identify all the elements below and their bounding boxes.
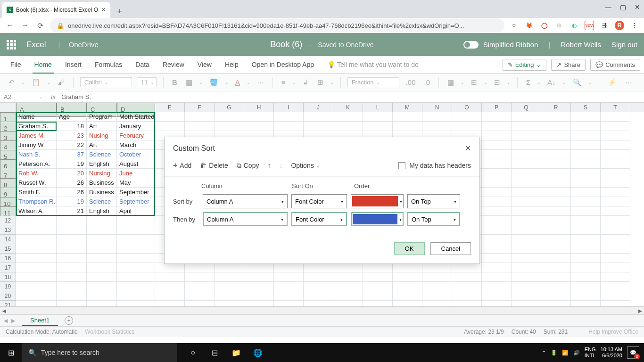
signout-link[interactable]: Sign out (611, 41, 637, 49)
reading-list-icon[interactable]: ⇶ (600, 21, 609, 30)
col-header[interactable]: F (185, 103, 215, 112)
delete-cells-icon[interactable]: ⊟ (492, 78, 502, 87)
color-select-1[interactable]: ▾ (351, 194, 404, 208)
doc-title[interactable]: Book (6) (270, 40, 302, 49)
more-icon[interactable]: ⋯ (255, 78, 266, 87)
cortana-icon[interactable]: ○ (182, 343, 204, 362)
simplified-ribbon-toggle[interactable] (463, 41, 479, 49)
tab-view[interactable]: View (191, 56, 218, 73)
move-up-button[interactable]: ↑ (267, 162, 271, 169)
open-desktop-button[interactable]: Open in Desktop App (245, 56, 321, 73)
sorton-select-1[interactable]: Font Color▾ (291, 194, 347, 208)
window-maximize-icon[interactable]: ▢ (620, 3, 626, 11)
column-select-1[interactable]: Column A▾ (203, 194, 288, 208)
start-button[interactable]: ⊞ (0, 343, 22, 362)
inc-decimal-icon[interactable]: .00 (404, 78, 418, 86)
ok-button[interactable]: OK (394, 242, 425, 255)
chrome-icon[interactable]: 🌐 (247, 343, 269, 362)
more-commands-icon[interactable]: ⋯ (623, 78, 634, 87)
sorton-select-2[interactable]: Font Color▾ (291, 212, 347, 226)
font-size-select[interactable]: 11⌄ (137, 77, 157, 87)
back-button[interactable]: ← (5, 20, 15, 31)
col-header[interactable]: S (571, 103, 601, 112)
help-improve[interactable]: Help Improve Office (588, 329, 638, 335)
col-header[interactable]: L (363, 103, 393, 112)
cancel-button[interactable]: Cancel (430, 242, 471, 255)
fill-color-icon[interactable]: 🪣 (207, 78, 220, 87)
sort-filter-icon[interactable]: A↓ (545, 78, 558, 86)
tab-file[interactable]: File (4, 56, 28, 73)
col-header[interactable]: J (304, 103, 333, 112)
color-select-2[interactable]: ▾ (351, 212, 404, 226)
add-sheet-button[interactable]: + (65, 316, 73, 325)
hscroll[interactable]: ◀ ▶ (0, 306, 644, 314)
wifi-icon[interactable]: 📶 (562, 350, 569, 356)
app-launcher-icon[interactable] (7, 40, 16, 49)
window-close-icon[interactable]: ✕ (635, 3, 640, 11)
dialog-close-icon[interactable]: ✕ (465, 144, 471, 153)
font-select[interactable]: Calibri⌄ (80, 77, 132, 87)
col-header[interactable]: I (274, 103, 304, 112)
window-minimize-icon[interactable]: — (605, 3, 611, 11)
options-button[interactable]: Options ⌄ (291, 162, 320, 169)
move-down-button[interactable]: ↓ (279, 162, 282, 169)
sheet-tab[interactable]: Sheet1 (22, 315, 58, 326)
app-name[interactable]: Excel (26, 40, 46, 49)
col-header[interactable]: K (333, 103, 363, 112)
fx-icon[interactable]: fx (47, 93, 59, 100)
reload-button[interactable]: ⟳ (35, 20, 45, 31)
headers-checkbox[interactable] (398, 162, 405, 169)
taskview-icon[interactable]: ⊟ (204, 343, 225, 362)
col-header[interactable]: N (422, 103, 452, 112)
delete-level-button[interactable]: 🗑Delete (200, 162, 228, 169)
column-select-2[interactable]: Column A▾ (203, 212, 288, 226)
ext3-icon[interactable]: ⊘ (554, 21, 564, 30)
scroll-right-icon[interactable]: ▶ (636, 308, 644, 313)
user-name[interactable]: Robert Wells (561, 41, 601, 49)
col-header[interactable]: O (452, 103, 482, 112)
name-box[interactable]: A2⌄ (0, 93, 47, 100)
ext-new-icon[interactable]: NEW (585, 21, 594, 30)
tab-insert[interactable]: Insert (58, 56, 88, 73)
tab-data[interactable]: Data (129, 56, 156, 73)
forward-button[interactable]: → (20, 20, 30, 31)
add-level-button[interactable]: +Add (173, 161, 191, 170)
profile-icon[interactable]: R (615, 21, 624, 30)
tray-up-icon[interactable]: ⌃ (542, 350, 546, 356)
tab-help[interactable]: Help (218, 56, 245, 73)
battery-icon[interactable]: 🔋 (551, 350, 557, 356)
order-select-1[interactable]: On Top▾ (407, 194, 460, 208)
browser-tab[interactable]: X Book (6).xlsx - Microsoft Excel O × (2, 2, 110, 18)
col-header[interactable]: E (155, 103, 185, 112)
wrap-icon[interactable]: ↲ (301, 78, 311, 87)
autosum-icon[interactable]: Σ (524, 78, 532, 86)
select-all-corner[interactable] (0, 103, 16, 112)
onedrive-label[interactable]: OneDrive (68, 41, 98, 49)
col-header[interactable]: R (541, 103, 571, 112)
merge-icon[interactable]: ⊞ (315, 78, 325, 87)
dec-decimal-icon[interactable]: .0 (422, 78, 432, 86)
format-painter-icon[interactable]: 🖌 (56, 78, 66, 86)
ext1-icon[interactable]: 🦊 (524, 21, 534, 30)
col-header[interactable]: M (393, 103, 422, 112)
tab-home[interactable]: Home (28, 56, 58, 73)
volume-icon[interactable]: 🔊 (573, 350, 580, 356)
col-header[interactable]: T (601, 103, 630, 112)
bold-icon[interactable]: B (170, 78, 179, 86)
tab-review[interactable]: Review (156, 56, 191, 73)
tab-formulas[interactable]: Formulas (88, 56, 129, 73)
taskbar-search[interactable]: 🔍 Type here to search (22, 343, 177, 362)
copy-level-button[interactable]: ⧉Copy (237, 162, 259, 170)
tellme-button[interactable]: 💡 Tell me what you want to do (321, 56, 425, 73)
editing-mode-button[interactable]: ✎ Editing ⌄ (503, 59, 547, 71)
explorer-icon[interactable]: 📁 (225, 343, 247, 362)
notifications-icon[interactable]: 💬2 (627, 346, 639, 359)
cond-format-icon[interactable]: ▦ (446, 78, 456, 87)
ext4-icon[interactable]: ◐ (570, 21, 579, 30)
new-tab-button[interactable]: + (113, 5, 126, 18)
insert-cells-icon[interactable]: ⊞ (469, 78, 479, 87)
workbook-stats[interactable]: Workbook Statistics (85, 329, 134, 335)
menu-icon[interactable]: ⋮ (630, 21, 639, 30)
borders-icon[interactable]: ▦ (184, 78, 194, 87)
undo-icon[interactable]: ↶ (7, 78, 17, 87)
